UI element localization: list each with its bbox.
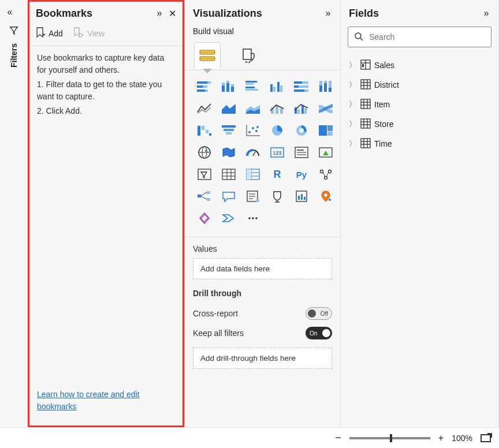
power-apps-icon[interactable] (194, 209, 215, 227)
table-icon (360, 99, 371, 111)
r-visual-icon[interactable]: R (267, 165, 288, 184)
svg-rect-45 (324, 83, 327, 92)
paginated-report-icon[interactable] (291, 187, 312, 206)
more-visuals-icon[interactable] (243, 209, 263, 227)
qna-visual-icon[interactable] (218, 187, 239, 206)
cross-report-toggle[interactable]: Off (306, 307, 332, 320)
filters-label[interactable]: Filters (9, 43, 18, 68)
svg-rect-72 (327, 125, 333, 131)
svg-rect-29 (245, 83, 254, 85)
funnel-icon[interactable] (9, 25, 19, 38)
pie-chart-icon[interactable] (267, 121, 288, 140)
zoom-in-button[interactable]: + (438, 433, 444, 443)
svg-line-126 (360, 38, 363, 40)
scatter-chart-icon[interactable] (243, 121, 263, 140)
area-chart-icon[interactable] (218, 99, 239, 118)
funnel-chart-icon[interactable] (218, 121, 239, 140)
donut-chart-icon[interactable] (291, 121, 312, 140)
line-chart-icon[interactable] (194, 99, 215, 118)
svg-rect-104 (198, 195, 201, 197)
learn-bookmarks-link[interactable]: Learn how to create and edit bookmarks (37, 390, 139, 410)
field-table-district[interactable]: 〉 District (345, 75, 494, 95)
table-icon (360, 138, 371, 150)
format-visual-tab[interactable] (237, 42, 263, 69)
svg-rect-53 (301, 106, 304, 114)
field-table-time[interactable]: 〉 Time (345, 134, 494, 154)
power-automate-icon[interactable] (218, 209, 239, 227)
build-visual-label: Build visual (185, 27, 340, 38)
svg-rect-47 (329, 88, 332, 92)
filled-map-icon[interactable] (218, 143, 239, 162)
slicer-icon[interactable] (194, 165, 215, 184)
bookmarks-title: Bookmarks (36, 8, 153, 20)
build-visual-tab[interactable] (194, 42, 221, 69)
cross-report-label: Cross-report (193, 309, 238, 318)
zoom-out-button[interactable]: − (335, 432, 341, 444)
smart-narrative-icon[interactable] (243, 187, 263, 206)
goals-icon[interactable] (267, 187, 288, 206)
arcgis-map-icon[interactable] (315, 187, 336, 206)
svg-rect-59 (222, 125, 236, 128)
stacked-column-icon[interactable] (218, 77, 239, 96)
bookmarks-help-text: Use bookmarks to capture key data for yo… (28, 46, 184, 123)
fit-to-page-icon[interactable] (481, 434, 491, 442)
drill-field-well[interactable]: Add drill-through fields here (193, 348, 332, 369)
table-viz-icon[interactable] (218, 165, 239, 184)
svg-line-78 (253, 152, 255, 156)
chevron-right-icon: 〉 (349, 119, 357, 129)
line-clustered-column-icon[interactable] (291, 99, 312, 118)
svg-point-120 (325, 194, 327, 197)
svg-rect-26 (231, 87, 234, 92)
close-bookmarks-icon[interactable]: ✕ (166, 8, 178, 19)
ribbon-chart-icon[interactable] (315, 99, 336, 118)
treemap-icon[interactable] (315, 121, 336, 140)
hundred-stacked-column-icon[interactable] (315, 77, 336, 96)
expand-filters-icon[interactable]: « (8, 3, 20, 21)
svg-rect-25 (226, 81, 229, 83)
collapse-bookmarks-icon[interactable]: » (153, 8, 166, 18)
field-table-store[interactable]: 〉 Store (345, 114, 494, 134)
svg-rect-15 (243, 49, 251, 59)
gauge-icon[interactable] (243, 143, 263, 162)
field-table-item[interactable]: 〉 Item (345, 95, 494, 114)
card-icon[interactable]: 123 (267, 143, 288, 162)
map-icon[interactable] (194, 143, 215, 162)
matrix-icon[interactable] (243, 165, 263, 184)
svg-point-99 (321, 170, 323, 173)
key-influencers-icon[interactable] (315, 165, 336, 184)
python-visual-icon[interactable]: Py (291, 165, 312, 184)
multi-row-card-icon[interactable] (291, 143, 312, 162)
svg-rect-19 (203, 85, 207, 88)
collapse-fields-icon[interactable]: » (480, 8, 493, 18)
hundred-stacked-bar-icon[interactable] (291, 77, 312, 96)
add-bookmark-button[interactable]: Add (36, 27, 63, 39)
values-field-well[interactable]: Add data fields here (193, 258, 332, 279)
stacked-bar-icon[interactable] (194, 77, 215, 96)
fields-search[interactable] (348, 27, 491, 47)
field-table-sales[interactable]: 〉 Sales (345, 55, 494, 75)
waterfall-icon[interactable] (194, 121, 215, 140)
drill-through-title: Drill through (193, 289, 332, 298)
svg-rect-27 (231, 84, 234, 87)
stacked-area-icon[interactable] (243, 99, 263, 118)
kpi-icon[interactable] (315, 143, 336, 162)
clustered-bar-icon[interactable] (243, 77, 263, 96)
svg-rect-87 (222, 169, 235, 180)
svg-rect-71 (319, 125, 327, 136)
svg-line-108 (201, 196, 207, 199)
keep-filters-toggle[interactable]: On (306, 327, 332, 339)
collapse-viz-icon[interactable]: » (322, 8, 334, 18)
svg-rect-17 (207, 81, 211, 84)
chevron-right-icon: 〉 (349, 139, 357, 149)
svg-line-103 (326, 172, 329, 177)
fields-search-input[interactable] (368, 32, 485, 42)
svg-rect-24 (226, 83, 229, 92)
svg-point-70 (299, 128, 304, 133)
svg-rect-117 (298, 196, 300, 200)
zoom-slider[interactable] (349, 437, 430, 439)
line-stacked-column-icon[interactable] (267, 99, 288, 118)
clustered-column-icon[interactable] (267, 77, 288, 96)
table-icon (360, 118, 371, 130)
decomposition-tree-icon[interactable] (194, 187, 215, 206)
svg-line-102 (323, 172, 325, 177)
